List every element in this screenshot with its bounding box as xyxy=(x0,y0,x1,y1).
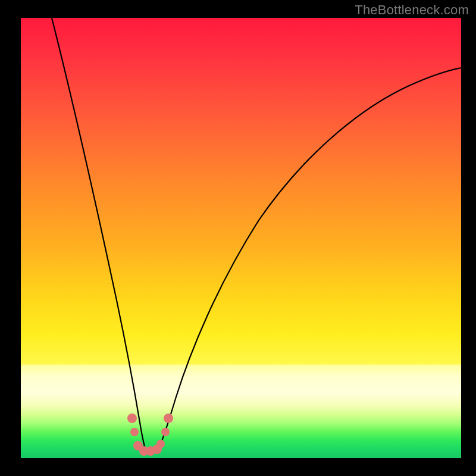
marker-dot xyxy=(127,414,137,423)
plot-area xyxy=(21,18,461,458)
marker-dot xyxy=(156,440,165,448)
chart-stage: TheBottleneck.com xyxy=(0,0,476,476)
marker-dot xyxy=(161,428,170,436)
left-curve xyxy=(52,18,147,453)
trough-markers xyxy=(127,414,173,456)
curve-layer xyxy=(21,18,461,458)
marker-dot xyxy=(130,428,139,436)
marker-dot xyxy=(164,414,173,423)
watermark-text: TheBottleneck.com xyxy=(355,2,469,18)
right-curve xyxy=(156,68,461,453)
